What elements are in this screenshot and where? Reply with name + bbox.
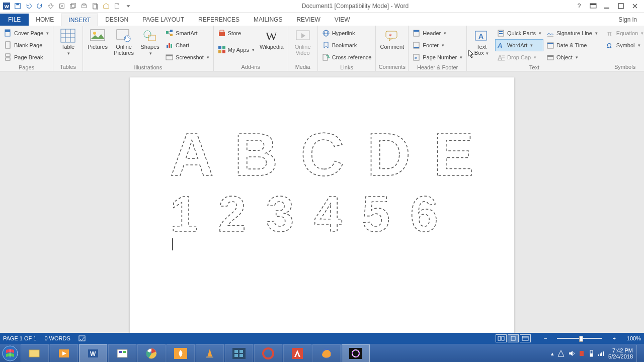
tab-page-layout[interactable]: PAGE LAYOUT bbox=[135, 14, 191, 26]
hyperlink-button[interactable]: Hyperlink bbox=[320, 27, 374, 39]
start-button[interactable] bbox=[0, 344, 20, 362]
taskbar-opera[interactable] bbox=[254, 344, 282, 362]
taskbar-app[interactable] bbox=[50, 344, 78, 362]
zoom-out-icon[interactable]: − bbox=[544, 335, 547, 341]
svg-rect-34 bbox=[170, 34, 173, 36]
date-time-button[interactable]: Date & Time bbox=[544, 39, 600, 51]
qat-icon[interactable] bbox=[45, 1, 56, 12]
taskbar-vlc[interactable] bbox=[196, 344, 224, 362]
zoom-level[interactable]: 100% bbox=[627, 335, 641, 341]
qat-dropdown-icon[interactable] bbox=[123, 1, 134, 12]
taskbar-app[interactable] bbox=[342, 344, 370, 362]
blank-page-button[interactable]: Blank Page bbox=[2, 39, 51, 51]
sign-in-link[interactable]: Sign in bbox=[611, 14, 644, 26]
shapes-button[interactable]: Shapes▾ bbox=[137, 27, 163, 57]
qat-icon[interactable] bbox=[67, 1, 78, 12]
tab-mailings[interactable]: MAILINGS bbox=[247, 14, 289, 26]
ribbon-display-icon[interactable] bbox=[590, 3, 597, 9]
tray-icon[interactable] bbox=[557, 350, 565, 357]
bookmark-button[interactable]: Bookmark bbox=[320, 39, 374, 51]
taskbar-app[interactable] bbox=[225, 344, 253, 362]
signature-line-button[interactable]: Signature Line ▾ bbox=[544, 27, 600, 39]
object-icon bbox=[546, 53, 554, 61]
page-break-button[interactable]: Page Break bbox=[2, 51, 51, 63]
store-button[interactable]: Store bbox=[216, 27, 257, 39]
status-words[interactable]: 0 WORDS bbox=[44, 335, 70, 341]
tab-view[interactable]: VIEW bbox=[328, 14, 357, 26]
tab-file[interactable]: FILE bbox=[0, 14, 29, 26]
shapes-icon bbox=[142, 28, 158, 44]
wikipedia-button[interactable]: WWikipedia bbox=[258, 27, 286, 51]
wordart-button[interactable]: AWordArt▾ bbox=[495, 39, 543, 51]
online-pictures-button[interactable]: Online Pictures bbox=[111, 27, 136, 57]
taskbar-word[interactable]: W bbox=[79, 344, 107, 362]
zoom-in-icon[interactable]: + bbox=[612, 335, 615, 341]
tab-references[interactable]: REFERENCES bbox=[191, 14, 247, 26]
web-layout-icon[interactable] bbox=[520, 334, 531, 342]
page-number-button[interactable]: #Page Number▾ bbox=[411, 51, 464, 63]
read-mode-icon[interactable] bbox=[496, 334, 507, 342]
header-button[interactable]: Header▾ bbox=[411, 27, 464, 39]
svg-rect-88 bbox=[29, 350, 39, 357]
taskbar-firefox[interactable] bbox=[312, 344, 341, 362]
close-icon[interactable] bbox=[632, 3, 639, 9]
svg-rect-65 bbox=[499, 33, 503, 34]
help-icon[interactable]: ? bbox=[576, 3, 583, 10]
tray-chevron-icon[interactable]: ▴ bbox=[551, 350, 554, 357]
undo-icon[interactable] bbox=[23, 1, 34, 12]
quick-parts-button[interactable]: Quick Parts▾ bbox=[495, 27, 543, 39]
document-area[interactable]: A B C D E F 1 2 3 4 5 6 bbox=[0, 71, 644, 333]
taskbar-adobe[interactable] bbox=[283, 344, 311, 362]
taskbar-app[interactable] bbox=[167, 344, 195, 362]
object-button[interactable]: Object ▾ bbox=[544, 51, 600, 63]
svg-text:#: # bbox=[415, 56, 417, 60]
taskbar-app[interactable] bbox=[21, 344, 49, 362]
cross-reference-button[interactable]: Cross-reference bbox=[320, 51, 374, 63]
tray-network-icon[interactable] bbox=[598, 350, 605, 356]
equation-button[interactable]: πEquation ▾ bbox=[604, 27, 644, 39]
symbol-button[interactable]: ΩSymbol▾ bbox=[604, 39, 644, 51]
chart-button[interactable]: Chart bbox=[164, 39, 211, 51]
footer-button[interactable]: Footer▾ bbox=[411, 39, 464, 51]
redo-icon[interactable] bbox=[34, 1, 45, 12]
svg-rect-6 bbox=[71, 4, 75, 8]
blank-page-icon bbox=[4, 41, 12, 49]
tab-insert[interactable]: INSERT bbox=[61, 14, 98, 26]
table-button[interactable]: Table▾ bbox=[55, 27, 80, 57]
bookmark-icon bbox=[322, 41, 330, 49]
tab-review[interactable]: REVIEW bbox=[289, 14, 327, 26]
comment-button[interactable]: ✶Comment bbox=[378, 27, 406, 51]
drop-cap-button[interactable]: ADrop Cap▾ bbox=[495, 51, 543, 63]
qat-icon[interactable] bbox=[101, 1, 112, 12]
print-layout-icon[interactable] bbox=[508, 334, 519, 342]
zoom-slider[interactable] bbox=[557, 338, 602, 339]
screenshot-button[interactable]: Screenshot▾ bbox=[164, 51, 211, 63]
taskbar-chrome[interactable] bbox=[137, 344, 166, 362]
pictures-button[interactable]: Pictures bbox=[85, 27, 110, 51]
online-video-button[interactable]: Online Video bbox=[290, 27, 315, 57]
tray-icon[interactable] bbox=[579, 350, 585, 357]
qat-icon[interactable] bbox=[90, 1, 101, 12]
maximize-icon[interactable] bbox=[618, 3, 625, 9]
status-page[interactable]: PAGE 1 OF 1 bbox=[3, 335, 36, 341]
tab-home[interactable]: HOME bbox=[29, 14, 61, 26]
text-box-button[interactable]: AText Box ▾ bbox=[469, 27, 494, 57]
qat-icon[interactable] bbox=[112, 1, 123, 12]
my-apps-button[interactable]: My Apps▾ bbox=[216, 39, 257, 60]
taskbar-app[interactable] bbox=[108, 344, 136, 362]
show-desktop-button[interactable] bbox=[636, 345, 641, 362]
qat-icon[interactable] bbox=[78, 1, 90, 12]
qat-icon[interactable] bbox=[56, 1, 67, 12]
save-icon[interactable] bbox=[12, 1, 23, 12]
tray-icon[interactable] bbox=[588, 350, 594, 357]
svg-text:Ω: Ω bbox=[607, 42, 612, 49]
tray-volume-icon[interactable] bbox=[568, 350, 575, 357]
tray-clock[interactable]: 7:42 PM 5/24/2018 bbox=[608, 347, 633, 359]
minimize-icon[interactable] bbox=[604, 3, 611, 9]
smartart-button[interactable]: SmartArt bbox=[164, 27, 211, 39]
cover-page-button[interactable]: Cover Page▾ bbox=[2, 27, 51, 39]
page[interactable]: A B C D E F 1 2 3 4 5 6 bbox=[130, 77, 514, 333]
tab-design[interactable]: DESIGN bbox=[98, 14, 135, 26]
svg-rect-56 bbox=[414, 30, 419, 32]
proofing-icon[interactable] bbox=[78, 335, 87, 342]
